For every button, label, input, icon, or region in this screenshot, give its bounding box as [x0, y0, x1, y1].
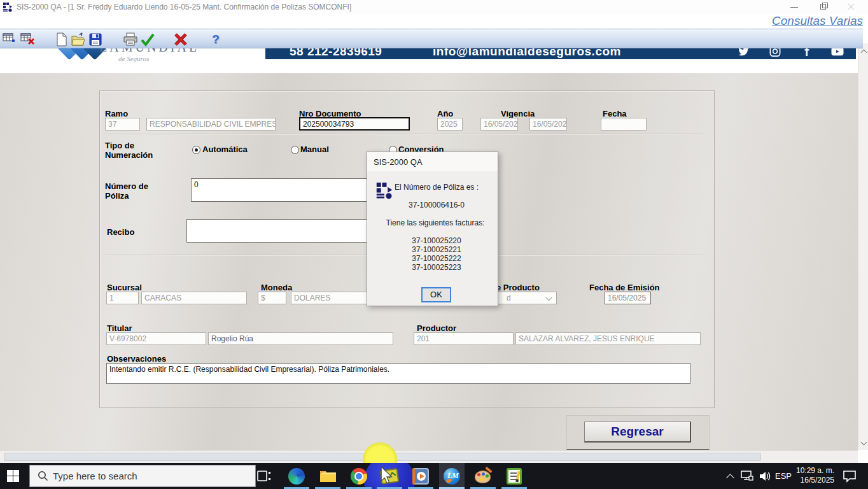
dialog-message-line2: Tiene las siguientes facturas:	[375, 218, 496, 227]
minimize-button[interactable]	[785, 1, 804, 13]
observaciones-label: Observaciones	[107, 354, 166, 364]
tray-overflow-button[interactable]	[722, 463, 738, 489]
vigencia-from-field[interactable]: 16/05/2025	[480, 118, 518, 131]
productor-code-field[interactable]: 201	[414, 332, 514, 345]
numero-poliza-field[interactable]: 0	[191, 178, 375, 202]
cancel-x-icon	[173, 32, 188, 46]
network-icon	[741, 471, 753, 482]
moneda-code-field[interactable]: $	[258, 292, 286, 304]
vigencia-to-field[interactable]: 16/05/2026	[529, 118, 567, 131]
start-button[interactable]	[7, 470, 19, 482]
paint-icon	[475, 469, 492, 484]
fecha-emision-label: Fecha de Emisión	[589, 283, 660, 292]
observaciones-field[interactable]: Intentando emitir R.C.E. (Responsabilida…	[106, 363, 690, 384]
taskbar-chrome-button[interactable]	[346, 463, 372, 489]
volume-tray-button[interactable]	[756, 463, 774, 489]
sucursal-label: Sucursal	[107, 283, 142, 292]
print-icon	[123, 32, 138, 46]
action-center-icon	[843, 470, 857, 483]
recibo-field[interactable]	[186, 219, 375, 243]
productor-name-field[interactable]: SALAZAR ALVAREZ, JESUS ENRIQUE	[515, 332, 701, 345]
search-placeholder-text: Type here to search	[53, 471, 137, 481]
regresar-button[interactable]: Regresar	[584, 422, 691, 443]
network-tray-button[interactable]	[738, 463, 756, 489]
invoice-number: 37-100025220	[382, 236, 491, 245]
scroll-down-button[interactable]	[858, 438, 868, 448]
delete-record-icon	[20, 32, 34, 46]
help-button[interactable]: ?	[207, 31, 224, 47]
close-button[interactable]	[841, 1, 860, 13]
taskbar-search[interactable]: Type here to search	[29, 465, 256, 487]
lamundial-icon: LM	[444, 468, 460, 485]
application-window: SIS-2000 QA - [1 Sr. Freddy Eduardo Lien…	[0, 0, 868, 489]
consultas-varias-link[interactable]: Consultas Varias	[772, 14, 863, 28]
chevron-down-icon	[546, 295, 552, 301]
radio-automatica[interactable]	[192, 146, 200, 154]
action-center-button[interactable]	[839, 463, 860, 489]
clock-time: 10:29 a. m.	[791, 466, 834, 476]
delete-record-button[interactable]	[19, 31, 36, 47]
task-view-button[interactable]	[251, 463, 277, 489]
invoice-number: 37-100025222	[382, 254, 491, 263]
taskbar-media-player-button[interactable]	[408, 463, 433, 489]
fecha-label: Fecha	[603, 109, 627, 118]
language-indicator[interactable]: ESP	[775, 471, 792, 481]
taskbar-file-explorer-button[interactable]	[315, 463, 340, 489]
dialog-title: SIS-2000 QA	[367, 152, 498, 171]
dialog-policy-number: 37-100006416-0	[382, 201, 491, 209]
save-button[interactable]	[87, 31, 104, 47]
radio-manual-label[interactable]: Manual	[300, 145, 329, 154]
chevron-up-icon	[726, 474, 734, 482]
task-view-icon	[257, 470, 271, 483]
restore-button[interactable]	[814, 1, 833, 13]
radio-manual[interactable]	[291, 146, 299, 154]
invoice-number: 37-100025223	[382, 263, 491, 272]
taskbar-edge-button[interactable]	[284, 463, 309, 489]
horizontal-scrollbar[interactable]	[0, 450, 858, 463]
fecha-field[interactable]	[601, 118, 647, 131]
clock-date: 16/5/2025	[791, 476, 834, 485]
nro-documento-field[interactable]: 202500034793	[299, 117, 410, 131]
fecha-emision-field[interactable]: 16/05/2025	[605, 292, 651, 304]
mouse-cursor	[380, 467, 394, 485]
open-file-button[interactable]	[70, 31, 87, 47]
print-button[interactable]	[122, 31, 139, 47]
sucursal-name-field[interactable]: CARACAS	[141, 292, 247, 304]
ramo-code-field[interactable]: 37	[105, 118, 140, 131]
sucursal-code-field[interactable]: 1	[106, 292, 139, 304]
vigencia-label: Vigencia	[501, 109, 535, 118]
titular-id-field[interactable]: V-6978002	[106, 332, 206, 345]
titular-name-field[interactable]: Rogelio Rúa	[208, 332, 393, 345]
radio-automatica-label[interactable]: Automática	[202, 145, 248, 154]
vertical-scrollbar[interactable]	[858, 43, 868, 450]
chrome-icon	[351, 468, 367, 485]
app-icon	[3, 2, 13, 12]
moneda-label: Moneda	[261, 283, 292, 292]
taskbar-paint-button[interactable]	[470, 463, 496, 489]
tipo-numeracion-label: Tipo de Numeración	[105, 141, 165, 160]
confirm-check-icon	[140, 32, 155, 46]
taskbar: Type here to search	[0, 463, 868, 489]
new-document-icon	[55, 32, 68, 46]
ramo-name-field[interactable]: RESPONSABILIDAD CIVIL EMPRESARIAL	[146, 118, 276, 131]
toolbar: ?	[0, 29, 863, 48]
productor-label: Productor	[417, 323, 456, 333]
help-question-icon: ?	[212, 32, 220, 46]
window-title: SIS-2000 QA - [1 Sr. Freddy Eduardo Lien…	[17, 3, 351, 11]
taskbar-clock[interactable]: 10:29 a. m. 16/5/2025	[791, 466, 834, 485]
new-document-button[interactable]	[53, 31, 70, 47]
taskbar-notes-button[interactable]	[501, 463, 527, 489]
anio-label: Año	[437, 109, 453, 118]
edge-icon	[288, 468, 305, 485]
taskbar-lamundial-button[interactable]: LM	[439, 463, 465, 489]
search-icon	[38, 471, 48, 481]
ok-button[interactable]: OK	[421, 287, 451, 302]
cancel-button[interactable]	[172, 31, 189, 47]
regresar-panel: Regresar	[566, 415, 710, 450]
add-record-button[interactable]	[1, 31, 18, 47]
confirm-button[interactable]	[139, 31, 156, 47]
open-file-icon	[71, 32, 86, 46]
invoice-number: 37-100025221	[382, 245, 491, 254]
anio-field[interactable]: 2025	[437, 118, 463, 131]
producto-label: de Producto	[491, 283, 540, 292]
